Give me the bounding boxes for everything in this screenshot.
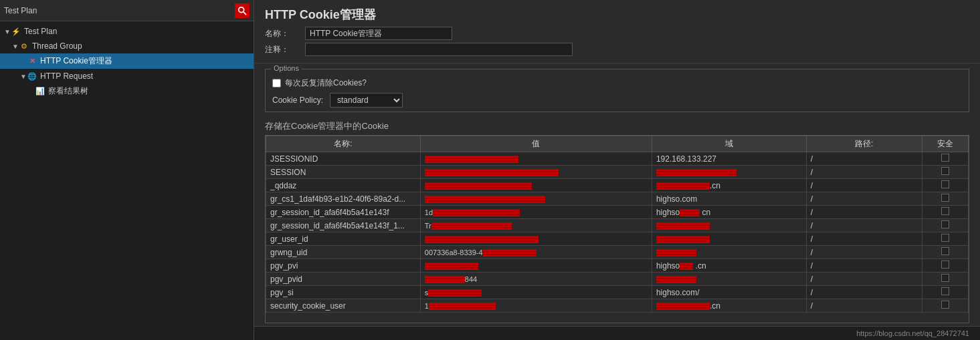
cell-domain: highso cn — [652, 206, 806, 219]
cell-path: / — [806, 232, 922, 246]
redacted-value — [483, 249, 536, 257]
comment-input[interactable] — [305, 43, 573, 56]
secure-icon — [941, 180, 949, 188]
cell-name: security_cookie_user — [266, 299, 421, 313]
redacted-domain — [680, 263, 693, 270]
cell-path: / — [806, 286, 922, 299]
cell-value: 1d — [420, 206, 652, 219]
cell-path: / — [806, 219, 922, 232]
table-row[interactable]: JSESSIONID 192.168.133.227 / — [266, 152, 969, 166]
secure-icon — [941, 301, 949, 309]
cookie-policy-select-wrapper[interactable]: standard compatibility netscape default … — [330, 93, 403, 108]
tree-area: ▼ ⚡ Test Plan ▼ ⚙ Thread Group ✕ HTTP Co… — [0, 21, 254, 340]
cell-value — [420, 192, 652, 206]
col-header-name: 名称: — [266, 136, 421, 152]
secure-icon — [941, 154, 949, 162]
arrow-viewresults — [28, 88, 35, 95]
sidebar-item-threadgroup[interactable]: ▼ ⚙ Thread Group — [0, 39, 254, 53]
redacted-domain — [656, 222, 710, 230]
table-row[interactable]: security_cookie_user 1 .cn / — [266, 299, 969, 313]
options-section: Options 每次反复清除Cookies? Cookie Policy: st… — [265, 69, 969, 112]
cell-secure — [922, 286, 968, 299]
options-legend: Options — [271, 64, 302, 72]
table-row[interactable]: pgv_pvid 844 / — [266, 273, 969, 286]
value-prefix: 1d — [425, 208, 433, 216]
cell-secure — [922, 273, 968, 286]
cell-name: gr_user_id — [266, 232, 421, 246]
cell-value — [420, 166, 652, 179]
httpcookie-label: HTTP Cookie管理器 — [40, 55, 112, 67]
redacted-value — [425, 276, 465, 283]
cell-path: / — [806, 299, 922, 313]
redacted-value — [425, 156, 518, 163]
table-header-row: 名称: 值 域 路径: 安全 — [266, 136, 969, 152]
sidebar: Test Plan ▼ ⚡ Test Plan ▼ ⚙ Thread Group — [0, 0, 254, 340]
arrow-threadgroup: ▼ — [12, 43, 19, 50]
cell-name: JSESSIONID — [266, 152, 421, 166]
cell-value — [420, 179, 652, 192]
redacted-value — [425, 182, 532, 190]
sidebar-item-testplan[interactable]: ▼ ⚡ Test Plan — [0, 24, 254, 39]
table-row[interactable]: gr_session_id_afa6f4b5a41e143f_1... Tr / — [266, 219, 969, 232]
redacted-value — [425, 169, 559, 176]
cell-secure — [922, 192, 968, 206]
cookie-table-wrapper: 名称: 值 域 路径: 安全 JSESSIONID 192.168.133.22… — [265, 135, 969, 323]
domain-suffix: .cn — [710, 181, 720, 190]
col-header-domain: 域 — [652, 136, 806, 152]
cookie-table-body: JSESSIONID 192.168.133.227 / SESSION / — [266, 152, 969, 313]
cell-value: Tr — [420, 219, 652, 232]
cell-value: 007336a8-8339-4 — [420, 246, 652, 259]
value-suffix: 844 — [465, 275, 477, 283]
cell-secure — [922, 259, 968, 273]
cell-name: grwng_uid — [266, 246, 421, 259]
col-header-secure: 安全 — [922, 136, 968, 152]
table-row[interactable]: _qddaz .cn / — [266, 179, 969, 192]
redacted-value — [425, 196, 545, 203]
clear-cookies-label[interactable]: 每次反复清除Cookies? — [272, 77, 367, 89]
cookie-table: 名称: 值 域 路径: 安全 JSESSIONID 192.168.133.22… — [266, 136, 969, 313]
redacted-value — [433, 209, 520, 216]
cookie-policy-select[interactable]: standard compatibility netscape default … — [330, 94, 402, 107]
comment-row: 注释： — [265, 43, 969, 56]
redacted-value — [425, 263, 478, 270]
name-input[interactable] — [305, 27, 452, 40]
cell-value — [420, 152, 652, 166]
table-row[interactable]: SESSION / — [266, 166, 969, 179]
cell-domain: highso .cn — [652, 259, 806, 273]
cell-name: gr_cs1_1daf4b93-e1b2-40f6-89a2-d... — [266, 192, 421, 206]
table-row[interactable]: pgv_si s highso.com/ / — [266, 286, 969, 299]
search-button[interactable] — [235, 3, 250, 18]
sidebar-item-viewresults[interactable]: 📊 察看结果树 — [0, 83, 254, 99]
cell-secure — [922, 232, 968, 246]
cell-name: pgv_pvi — [266, 259, 421, 273]
cell-value: 1 — [420, 299, 652, 313]
table-row[interactable]: gr_user_id / — [266, 232, 969, 246]
secure-icon — [941, 194, 949, 202]
svg-point-0 — [239, 7, 244, 12]
cell-secure — [922, 246, 968, 259]
cell-path: / — [806, 206, 922, 219]
cell-domain: 192.168.133.227 — [652, 152, 806, 166]
test-plan-label: Test Plan — [4, 6, 37, 15]
table-row[interactable]: pgv_pvi highso .cn / — [266, 259, 969, 273]
sidebar-item-httpcookie[interactable]: ✕ HTTP Cookie管理器 — [0, 53, 254, 69]
table-row[interactable]: grwng_uid 007336a8-8339-4 / — [266, 246, 969, 259]
cell-value: s — [420, 286, 652, 299]
httprequest-label: HTTP Request — [40, 71, 93, 81]
name-row: 名称： — [265, 27, 969, 40]
table-row[interactable]: gr_cs1_1daf4b93-e1b2-40f6-89a2-d... high… — [266, 192, 969, 206]
table-row[interactable]: gr_session_id_afa6f4b5a41e143f 1d highso… — [266, 206, 969, 219]
redacted-domain — [656, 249, 696, 257]
cell-name: SESSION — [266, 166, 421, 179]
arrow-httpcookie — [20, 57, 27, 65]
svg-line-1 — [243, 11, 246, 14]
cell-domain: highso.com/ — [652, 286, 806, 299]
cell-value: 844 — [420, 273, 652, 286]
clear-cookies-checkbox[interactable] — [272, 79, 281, 88]
cell-secure — [922, 299, 968, 313]
name-label: 名称： — [265, 28, 305, 39]
cell-domain — [652, 219, 806, 232]
panel-header: HTTP Cookie管理器 名称： 注释： — [254, 0, 980, 63]
cell-name: _qddaz — [266, 179, 421, 192]
sidebar-item-httprequest[interactable]: ▼ 🌐 HTTP Request — [0, 69, 254, 83]
